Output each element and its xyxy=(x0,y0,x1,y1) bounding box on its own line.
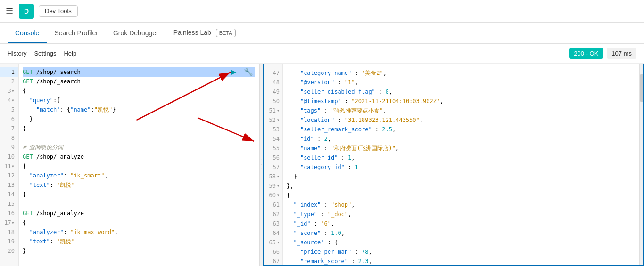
line-num-20: 20 xyxy=(0,246,18,256)
line-num-13: 13 xyxy=(0,180,18,190)
nav-tabs: Console Search Profiler Grok Debugger Pa… xyxy=(0,23,644,44)
result-line-49: "seller_disabled_flag" : 0, xyxy=(287,87,636,97)
result-line-num-49: 49 xyxy=(264,87,282,97)
code-line-6: } xyxy=(23,114,255,124)
result-line-num-62: 62 xyxy=(264,210,282,219)
main-content: 1 2 3▾ 4▾ 5 6 7 8 9 10 11▾ 12 13 14 15 1… xyxy=(0,64,644,266)
result-line-num-48: 48 xyxy=(264,78,282,87)
scrollbar-thumb[interactable] xyxy=(640,74,643,102)
result-line-num-57: 57 xyxy=(264,162,282,172)
line-num-16: 16 xyxy=(0,209,18,218)
code-line-2: GET /shop/_search xyxy=(23,77,255,86)
code-line-13: "text": "凯悦" xyxy=(23,180,255,190)
result-panel: 47 48 49 50 51▾ 52▾ 53 54 55 56 57 58▾ 5… xyxy=(263,64,644,266)
panel-divider[interactable]: · · · xyxy=(259,64,263,266)
result-line-num-64: 64 xyxy=(264,228,282,238)
result-line-num-50: 50 xyxy=(264,97,282,106)
beta-badge: BETA xyxy=(216,29,236,37)
settings-button[interactable]: Settings xyxy=(34,50,56,57)
line-num-14: 14 xyxy=(0,190,18,199)
history-button[interactable]: History xyxy=(8,50,26,57)
result-line-52: "location" : "31.189323,121.443550", xyxy=(287,115,636,125)
code-line-18: "analyzer": "ik_max_word", xyxy=(23,227,255,237)
code-line-9: # 查阅凯悦分词 xyxy=(23,143,255,152)
result-line-63: "_id" : "6", xyxy=(287,219,636,228)
line-num-19: 19 xyxy=(0,237,18,246)
result-line-67: "remark_score" : 2.3, xyxy=(287,257,636,265)
code-line-3: { xyxy=(23,86,255,96)
result-line-num-55: 55 xyxy=(264,144,282,153)
editor-panel: 1 2 3▾ 4▾ 5 6 7 8 9 10 11▾ 12 13 14 15 1… xyxy=(0,64,259,266)
avatar: D xyxy=(19,4,34,19)
status-badge: 200 - OK xyxy=(569,48,603,59)
line-num-7: 7 xyxy=(0,124,18,133)
hamburger-icon[interactable]: ☰ xyxy=(6,6,13,16)
toolbar: History Settings Help 200 - OK 107 ms xyxy=(0,44,644,64)
line-num-15: 15 xyxy=(0,199,18,209)
line-num-6: 6 xyxy=(0,114,18,124)
result-line-47: "category_name" : "美食2", xyxy=(287,68,636,78)
line-num-10: 10 xyxy=(0,152,18,161)
code-line-19: "text": "凯悦" xyxy=(23,237,255,246)
result-line-num-60: 60▾ xyxy=(264,191,282,200)
play-icon[interactable]: ▶ xyxy=(231,67,242,79)
editor-line-numbers: 1 2 3▾ 4▾ 5 6 7 8 9 10 11▾ 12 13 14 15 1… xyxy=(0,64,19,266)
result-line-58: } xyxy=(287,172,636,181)
result-line-num-61: 61 xyxy=(264,200,282,210)
code-line-7: } xyxy=(23,124,255,133)
top-bar: ☰ D Dev Tools xyxy=(0,0,644,23)
line-num-2: 2 xyxy=(0,77,18,86)
tab-grok-debugger[interactable]: Grok Debugger xyxy=(106,24,166,43)
result-line-50: "@timestamp" : "2021-11-21T04:10:03.902Z… xyxy=(287,97,636,106)
code-line-8 xyxy=(23,133,255,143)
result-code-area: "category_name" : "美食2", "@version" : "1… xyxy=(283,64,639,265)
code-line-1: GET /shop/_search xyxy=(23,67,255,77)
editor-code-area[interactable]: GET /shop/_search GET /shop/_search { "q… xyxy=(19,64,259,266)
code-line-16: GET /shop/_analyze xyxy=(23,209,255,218)
result-line-65: "_source" : { xyxy=(287,238,636,247)
wrench-icon[interactable]: 🔧 xyxy=(244,67,255,79)
result-line-num-53: 53 xyxy=(264,125,282,134)
result-line-59: }, xyxy=(287,181,636,191)
dev-tools-button[interactable]: Dev Tools xyxy=(39,5,78,17)
result-line-num-58: 58▾ xyxy=(264,172,282,181)
code-line-11: { xyxy=(23,161,255,171)
code-line-14: } xyxy=(23,190,255,199)
line-num-17: 17▾ xyxy=(0,218,18,227)
line-num-5: 5 xyxy=(0,105,18,114)
result-line-57: "category_id" : 1 xyxy=(287,162,636,172)
line-num-8: 8 xyxy=(0,133,18,143)
code-line-10: GET /shop/_analyze xyxy=(23,152,255,161)
result-line-num-52: 52▾ xyxy=(264,115,282,125)
line-num-1: 1 xyxy=(0,67,18,77)
result-line-61: "_index" : "shop", xyxy=(287,200,636,210)
tab-painless-lab[interactable]: Painless Lab BETA xyxy=(166,23,243,44)
help-button[interactable]: Help xyxy=(64,50,76,57)
result-line-num-67: 67 xyxy=(264,257,282,265)
code-line-4: "query":{ xyxy=(23,96,255,105)
code-line-17: { xyxy=(23,218,255,227)
result-line-60: { xyxy=(287,191,636,200)
result-line-num-66: 66 xyxy=(264,247,282,257)
result-line-51: "tags" : "强烈推荐要点小食", xyxy=(287,106,636,115)
result-line-num-54: 54 xyxy=(264,134,282,144)
result-scrollbar[interactable] xyxy=(639,64,643,265)
time-badge: 107 ms xyxy=(607,48,636,59)
line-num-9: 9 xyxy=(0,143,18,152)
result-line-54: "id" : 2, xyxy=(287,134,636,144)
result-line-num-65: 65▾ xyxy=(264,238,282,247)
result-line-num-51: 51▾ xyxy=(264,106,282,115)
tab-console[interactable]: Console xyxy=(8,24,47,43)
result-line-numbers: 47 48 49 50 51▾ 52▾ 53 54 55 56 57 58▾ 5… xyxy=(264,64,283,265)
line-num-4: 4▾ xyxy=(0,96,18,105)
line-num-3: 3▾ xyxy=(0,86,18,96)
code-line-20: } xyxy=(23,246,255,256)
line-num-18: 18 xyxy=(0,227,18,237)
line-num-12: 12 xyxy=(0,171,18,180)
code-line-12: "analyzer": "ik_smart", xyxy=(23,171,255,180)
result-line-num-63: 63 xyxy=(264,219,282,228)
result-line-64: "_score" : 1.0, xyxy=(287,228,636,238)
code-line-5: "match": {"name":"凯悦"} xyxy=(23,105,255,114)
result-line-num-59: 59▾ xyxy=(264,181,282,191)
tab-search-profiler[interactable]: Search Profiler xyxy=(47,24,106,43)
